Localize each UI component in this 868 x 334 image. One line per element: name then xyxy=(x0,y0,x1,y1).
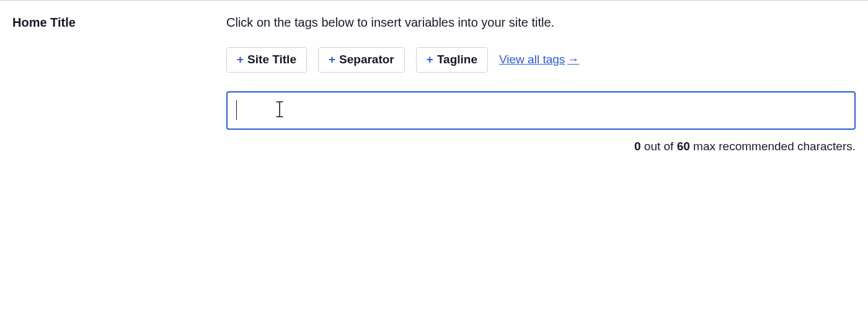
content-column: Click on the tags below to insert variab… xyxy=(226,16,868,153)
tag-button-row: + Site Title + Separator + Tagline View … xyxy=(226,47,856,73)
plus-icon: + xyxy=(427,53,433,67)
counter-max: 60 xyxy=(677,140,690,153)
character-counter: 0 out of 60 max recommended characters. xyxy=(226,140,856,153)
tag-site-title-button[interactable]: + Site Title xyxy=(226,47,307,73)
counter-text-2: max recommended characters. xyxy=(690,140,856,153)
plus-icon: + xyxy=(237,53,244,67)
tag-label: Site Title xyxy=(247,53,296,67)
home-title-input[interactable] xyxy=(226,91,856,130)
plus-icon: + xyxy=(329,53,335,67)
tag-separator-button[interactable]: + Separator xyxy=(318,47,405,73)
helper-text: Click on the tags below to insert variab… xyxy=(226,16,856,30)
tag-label: Separator xyxy=(339,53,394,67)
counter-text-1: out of xyxy=(641,140,677,153)
section-label: Home Title xyxy=(12,16,226,30)
title-input-wrap xyxy=(226,91,856,130)
label-column: Home Title xyxy=(0,16,226,30)
tag-label: Tagline xyxy=(437,53,477,67)
home-title-row: Home Title Click on the tags below to in… xyxy=(0,1,868,153)
counter-count: 0 xyxy=(634,140,641,153)
text-caret xyxy=(236,100,237,120)
view-all-label: View all tags xyxy=(499,53,565,66)
arrow-right-icon: → xyxy=(567,53,579,66)
tag-tagline-button[interactable]: + Tagline xyxy=(416,47,488,73)
view-all-tags-link[interactable]: View all tags → xyxy=(499,53,579,66)
